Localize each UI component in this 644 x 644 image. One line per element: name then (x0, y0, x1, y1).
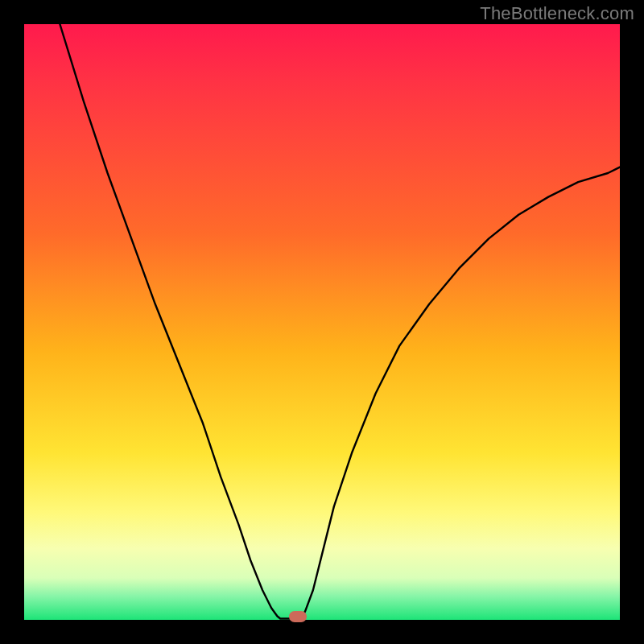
watermark-text: TheBottleneck.com (480, 3, 634, 24)
chart-frame: TheBottleneck.com (0, 0, 644, 644)
bottleneck-curve (24, 24, 620, 620)
plot-area (24, 24, 620, 620)
minimum-marker (289, 611, 307, 622)
